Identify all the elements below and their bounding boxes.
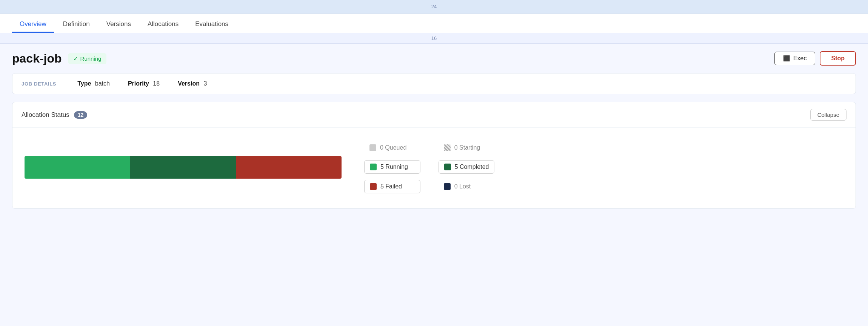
legend-failed: 5 Failed <box>364 180 420 193</box>
legend-queued: 0 Queued <box>364 141 420 154</box>
subtitle-bar: 16 <box>0 33 868 44</box>
job-type: Type batch <box>77 80 110 87</box>
job-priority: Priority 18 <box>128 80 160 87</box>
terminal-icon: ⬛ <box>783 55 790 62</box>
bar-running <box>25 156 130 179</box>
tab-definition[interactable]: Definition <box>55 15 97 33</box>
collapse-button[interactable]: Collapse <box>810 109 846 121</box>
main-content: pack-job ✓ Running ⬛ Exec Stop JOB DETAI… <box>0 44 868 326</box>
legend-running: 5 Running <box>364 160 420 174</box>
top-bar: 24 <box>0 0 868 14</box>
job-details-section-label: JOB DETAILS <box>22 81 56 87</box>
job-version: Version 3 <box>178 80 207 87</box>
alloc-status-header: Allocation Status 12 Collapse <box>12 102 856 128</box>
queued-dot <box>369 144 376 151</box>
header-buttons: ⬛ Exec Stop <box>774 51 856 66</box>
allocation-bar <box>25 156 342 179</box>
job-title-area: pack-job ✓ Running <box>12 52 106 66</box>
job-details-card: JOB DETAILS Type batch Priority 18 Versi… <box>12 73 856 94</box>
completed-dot <box>444 164 451 170</box>
job-title: pack-job <box>12 52 62 66</box>
exec-button[interactable]: ⬛ Exec <box>774 52 816 65</box>
failed-dot <box>370 183 377 190</box>
starting-dot <box>444 144 451 151</box>
legend-lost: 0 Lost <box>439 180 495 193</box>
tab-overview[interactable]: Overview <box>12 15 54 33</box>
legend-starting: 0 Starting <box>439 141 495 154</box>
bar-completed <box>130 156 236 179</box>
job-header: pack-job ✓ Running ⬛ Exec Stop <box>12 51 856 66</box>
status-label: Running <box>80 55 102 62</box>
subtitle-number: 16 <box>431 35 437 41</box>
status-badge: ✓ Running <box>68 53 107 64</box>
alloc-status-title: Allocation Status 12 <box>22 111 87 119</box>
tab-navigation: Overview Definition Versions Allocations… <box>0 14 868 33</box>
allocation-status-card: Allocation Status 12 Collapse 0 Queued <box>12 102 856 209</box>
stop-button[interactable]: Stop <box>820 51 856 66</box>
check-icon: ✓ <box>73 55 78 62</box>
tab-allocations[interactable]: Allocations <box>140 15 186 33</box>
lost-dot <box>444 183 451 190</box>
alloc-legend: 0 Queued 0 Starting 5 Running 5 Complete… <box>364 141 494 193</box>
alloc-count-badge: 12 <box>74 111 88 119</box>
alloc-body: 0 Queued 0 Starting 5 Running 5 Complete… <box>12 128 856 208</box>
top-bar-number: 24 <box>431 4 437 9</box>
tab-versions[interactable]: Versions <box>99 15 139 33</box>
tab-evaluations[interactable]: Evaluations <box>188 15 236 33</box>
running-dot <box>370 164 377 170</box>
legend-completed: 5 Completed <box>439 160 495 174</box>
bar-failed <box>236 156 342 179</box>
